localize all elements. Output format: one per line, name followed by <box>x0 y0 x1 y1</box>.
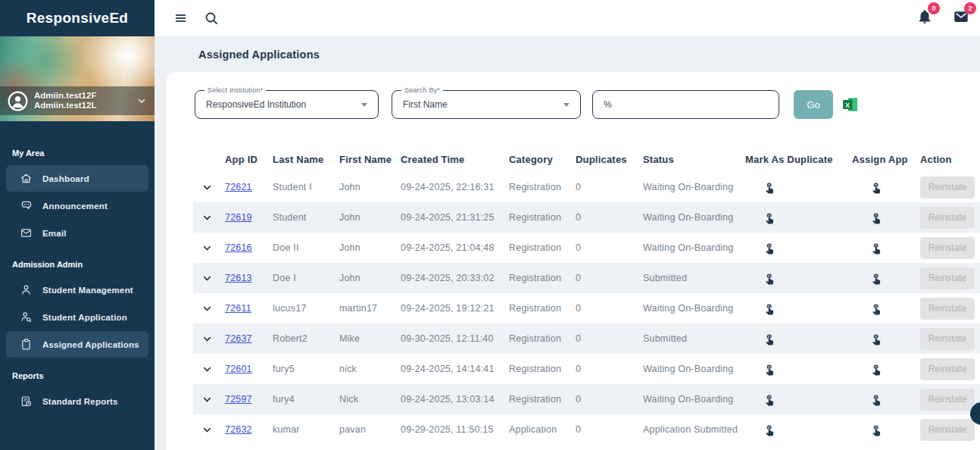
app-id-link[interactable]: 72597 <box>225 394 273 405</box>
status-cell: Waiting On-Boarding <box>643 212 745 223</box>
reinstate-button[interactable]: Reinstate <box>920 267 975 289</box>
sidebar-item-student-application[interactable]: Student Application <box>6 304 148 330</box>
reinstate-button[interactable]: Reinstate <box>920 358 975 380</box>
app-id-link[interactable]: 72619 <box>225 212 273 223</box>
mark-as-duplicate-button[interactable] <box>745 180 852 195</box>
category-cell: Registration <box>509 303 576 314</box>
action-cell: Reinstate <box>920 298 980 320</box>
expand-row-button[interactable] <box>193 395 225 405</box>
created-time-cell: 09-29-2025, 11:50:15 <box>401 424 509 435</box>
notifications-button[interactable]: 0 <box>916 8 933 28</box>
topbar: 0 2 <box>154 0 980 36</box>
assign-app-button[interactable] <box>852 211 920 225</box>
assign-app-button[interactable] <box>852 392 920 407</box>
chevron-down-icon <box>202 273 212 283</box>
table-row: 72613 Doe I John 09-24-2025, 20:33:02 Re… <box>193 263 980 293</box>
reinstate-button[interactable]: Reinstate <box>920 237 975 259</box>
action-cell: Reinstate <box>920 358 980 380</box>
reinstate-button[interactable]: Reinstate <box>920 389 975 411</box>
table-row: 72632 kumar pavan 09-29-2025, 11:50:15 A… <box>193 414 980 445</box>
status-cell: Waiting On-Boarding <box>643 364 745 374</box>
app-id-link[interactable]: 72601 <box>225 364 273 374</box>
institution-select[interactable]: Select Institution* ResponsiveEd Institu… <box>195 90 379 119</box>
touch-app-icon <box>763 362 776 377</box>
app-id-link[interactable]: 72621 <box>225 182 273 192</box>
profile-menu[interactable]: Admiin.test12F Admiin.test12L <box>0 86 154 115</box>
last-name-cell: Student I <box>273 182 339 192</box>
duplicates-cell: 0 <box>576 303 643 314</box>
app-id-link[interactable]: 72632 <box>225 424 273 435</box>
assign-app-button[interactable] <box>852 362 920 377</box>
assign-app-button[interactable] <box>852 332 920 346</box>
notifications-badge: 0 <box>928 2 940 14</box>
menu-icon[interactable] <box>173 10 189 27</box>
search-icon[interactable] <box>203 10 220 27</box>
mark-as-duplicate-button[interactable] <box>745 332 852 346</box>
first-name-cell: nick <box>339 364 401 374</box>
mark-as-duplicate-button[interactable] <box>745 302 852 316</box>
go-button[interactable]: Go <box>794 90 833 119</box>
app-id-link[interactable]: 72613 <box>225 273 273 283</box>
mark-as-duplicate-button[interactable] <box>745 271 852 286</box>
sidebar-item-announcement[interactable]: Announcement <box>6 192 148 219</box>
messages-badge: 2 <box>964 2 976 14</box>
last-name-cell: Doe I <box>273 273 339 283</box>
expand-row-button[interactable] <box>193 273 225 283</box>
sidebar-item-student-management[interactable]: Student Management <box>6 277 148 303</box>
app-logo: ResponsiveEd <box>0 0 154 36</box>
person-search-icon <box>20 311 33 323</box>
nav-section-my-area: My Area <box>0 148 154 158</box>
chevron-down-icon <box>202 183 212 192</box>
profile-username-line2: Admiin.test12L <box>34 101 136 111</box>
search-value-input[interactable] <box>604 99 769 110</box>
announcement-icon <box>20 199 33 212</box>
app-id-link[interactable]: 72616 <box>225 242 273 253</box>
last-name-cell: Robert2 <box>273 333 339 344</box>
applications-table: App ID Last Name First Name Created Time… <box>167 146 980 445</box>
category-cell: Registration <box>509 394 576 405</box>
sidebar-item-label: Dashboard <box>42 174 89 183</box>
excel-export-button[interactable]: X <box>841 95 860 114</box>
reinstate-button[interactable]: Reinstate <box>920 207 975 229</box>
expand-row-button[interactable] <box>193 304 225 314</box>
app-id-link[interactable]: 72637 <box>225 333 273 344</box>
mark-as-duplicate-button[interactable] <box>745 211 852 225</box>
sidebar-item-email[interactable]: Email <box>6 220 148 246</box>
chevron-down-icon <box>202 243 212 253</box>
expand-row-button[interactable] <box>193 334 225 344</box>
sidebar-item-dashboard[interactable]: Dashboard <box>6 165 148 192</box>
svg-text:X: X <box>845 102 850 109</box>
action-cell: Reinstate <box>920 207 980 229</box>
profile-username: Admiin.test12F Admiin.test12L <box>34 91 136 111</box>
touch-app-icon <box>763 302 776 316</box>
expand-row-button[interactable] <box>193 213 225 223</box>
mark-as-duplicate-button[interactable] <box>745 241 852 255</box>
mark-as-duplicate-button[interactable] <box>745 362 852 377</box>
expand-row-button[interactable] <box>193 243 225 253</box>
first-name-cell: John <box>339 242 401 253</box>
sidebar-item-standard-reports[interactable]: Standard Reports <box>6 388 148 414</box>
assign-app-button[interactable] <box>852 302 920 316</box>
assign-app-button[interactable] <box>852 271 920 286</box>
expand-row-button[interactable] <box>193 183 225 192</box>
assign-app-button[interactable] <box>852 241 920 255</box>
search-by-select[interactable]: Search By* First Name <box>392 90 581 119</box>
assign-app-button[interactable] <box>852 423 920 437</box>
header-first-name: First Name <box>339 154 401 165</box>
reinstate-button[interactable]: Reinstate <box>920 419 975 441</box>
reinstate-button[interactable]: Reinstate <box>920 298 975 320</box>
status-cell: Submitted <box>643 273 745 283</box>
mark-as-duplicate-button[interactable] <box>745 423 852 437</box>
filter-bar: Select Institution* ResponsiveEd Institu… <box>167 90 980 119</box>
profile-banner-image: Admiin.test12F Admiin.test12L <box>0 36 154 121</box>
reinstate-button[interactable]: Reinstate <box>920 328 975 350</box>
excel-export-icon: X <box>841 95 860 114</box>
expand-row-button[interactable] <box>193 364 225 374</box>
assign-app-button[interactable] <box>852 180 920 195</box>
app-id-link[interactable]: 72611 <box>225 303 273 314</box>
messages-button[interactable]: 2 <box>953 8 969 28</box>
mark-as-duplicate-button[interactable] <box>745 392 852 407</box>
sidebar-item-assigned-applications[interactable]: Assigned Applications <box>6 331 148 358</box>
expand-row-button[interactable] <box>193 425 225 435</box>
reinstate-button[interactable]: Reinstate <box>920 177 975 198</box>
